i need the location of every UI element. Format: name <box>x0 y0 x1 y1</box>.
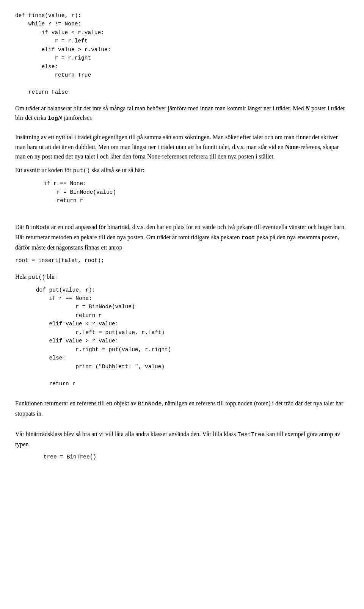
paragraph-1-end: jämförelser. <box>62 115 93 121</box>
paragraph-2-none: None <box>285 144 299 150</box>
code-block-1: def finns(value, r): while r != None: if… <box>15 11 349 97</box>
paragraph-5-end: blir: <box>45 273 57 280</box>
paragraph-6-start: Funktionen returnerar en referens till e… <box>15 400 138 407</box>
paragraph-7: Vår binärträdsklass blev så bra att vi v… <box>15 429 349 449</box>
paragraph-1-text: Om trädet är balanserat blir det inte så… <box>15 105 306 111</box>
paragraph-3-put: put() <box>73 168 90 174</box>
paragraph-3: Ett avsnitt ur koden för put() ska allts… <box>15 165 349 176</box>
paragraph-5-start: Hela <box>15 273 28 280</box>
paragraph-1-logN: log <box>48 115 58 122</box>
paragraph-6: Funktionen returnerar en referens till e… <box>15 399 349 419</box>
paragraph-7-testtree: TestTree <box>237 432 265 438</box>
paragraph-5-put: put() <box>28 274 45 281</box>
paragraph-4-start: Där <box>15 224 26 230</box>
paragraph-6-binnode: BinNode <box>138 401 162 407</box>
code-block-3: root = insert(talet, root); <box>15 256 349 265</box>
paragraph-2: Insättning av ett nytt tal i trädet går … <box>15 132 349 162</box>
paragraph-1-n2: N <box>58 115 63 121</box>
paragraph-4: Där BinNode är en nod anpassad för binär… <box>15 222 349 253</box>
paragraph-3-start: Ett avsnitt ur koden för <box>15 167 73 173</box>
paragraph-4-root: root <box>242 235 255 241</box>
paragraph-1-n: N <box>306 105 310 111</box>
paragraph-1: Om trädet är balanserat blir det inte så… <box>15 104 349 124</box>
code-block-2: if r == None: r = BinNode(value) return … <box>30 179 349 205</box>
paragraph-5: Hela put() blir: <box>15 272 349 282</box>
code-block-4: def put(value, r): if r == None: r = Bin… <box>23 286 349 388</box>
paragraph-3-end: ska alltså se ut så här: <box>90 167 144 173</box>
paragraph-7-start: Vår binärträdsklass blev så bra att vi v… <box>15 431 237 437</box>
code-block-5: tree = BinTree() <box>30 453 349 461</box>
paragraph-4-binnode: BinNode <box>26 224 50 231</box>
